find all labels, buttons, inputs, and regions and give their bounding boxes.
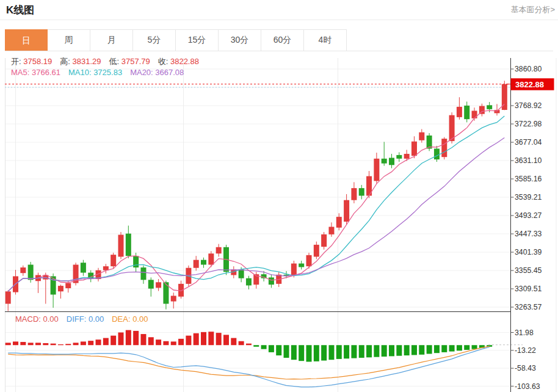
- candle-body[interactable]: [419, 132, 424, 140]
- candle-body[interactable]: [5, 291, 11, 303]
- candle-body[interactable]: [457, 107, 462, 117]
- candle-body[interactable]: [239, 269, 244, 278]
- macd-hist-bar[interactable]: [253, 345, 259, 347]
- macd-hist-bar[interactable]: [382, 345, 387, 357]
- candle-body[interactable]: [487, 105, 492, 109]
- candle-body[interactable]: [216, 247, 222, 253]
- macd-hist-bar[interactable]: [351, 345, 357, 358]
- macd-hist-bar[interactable]: [472, 345, 477, 349]
- macd-hist-bar[interactable]: [156, 339, 161, 345]
- candle-body[interactable]: [382, 159, 387, 164]
- macd-hist-bar[interactable]: [103, 338, 109, 346]
- tab-15分[interactable]: 15分: [176, 29, 219, 51]
- candle-body[interactable]: [194, 260, 199, 268]
- tab-周[interactable]: 周: [48, 29, 90, 51]
- candle-body[interactable]: [65, 283, 71, 288]
- candle-body[interactable]: [351, 188, 357, 200]
- candle-body[interactable]: [374, 159, 379, 181]
- macd-hist-bar[interactable]: [111, 336, 116, 346]
- macd-hist-bar[interactable]: [389, 345, 394, 356]
- candle-body[interactable]: [411, 142, 417, 156]
- macd-hist-bar[interactable]: [65, 344, 71, 345]
- candle-body[interactable]: [111, 255, 116, 266]
- macd-hist-bar[interactable]: [336, 345, 342, 359]
- candle-body[interactable]: [126, 234, 131, 256]
- macd-hist-bar[interactable]: [96, 339, 101, 345]
- macd-hist-bar[interactable]: [171, 341, 176, 345]
- candle-body[interactable]: [81, 263, 86, 272]
- candle-body[interactable]: [441, 139, 447, 157]
- macd-hist-bar[interactable]: [284, 345, 289, 358]
- candle-body[interactable]: [434, 148, 440, 159]
- macd-hist-bar[interactable]: [35, 343, 41, 345]
- macd-hist-bar[interactable]: [239, 341, 244, 345]
- macd-hist-bar[interactable]: [449, 345, 455, 351]
- macd-hist-bar[interactable]: [28, 343, 34, 345]
- macd-hist-bar[interactable]: [419, 345, 424, 355]
- macd-hist-bar[interactable]: [20, 342, 26, 345]
- macd-hist-bar[interactable]: [223, 335, 229, 345]
- macd-hist-bar[interactable]: [178, 339, 184, 345]
- macd-hist-bar[interactable]: [88, 341, 93, 345]
- macd-hist-bar[interactable]: [58, 344, 63, 345]
- macd-hist-bar[interactable]: [306, 345, 312, 361]
- macd-hist-bar[interactable]: [13, 341, 18, 345]
- candle-body[interactable]: [404, 154, 410, 159]
- candle-body[interactable]: [156, 282, 161, 288]
- macd-hist-bar[interactable]: [434, 345, 440, 353]
- candle-body[interactable]: [291, 264, 297, 275]
- macd-hist-bar[interactable]: [441, 345, 447, 352]
- macd-hist-bar[interactable]: [359, 345, 364, 358]
- macd-hist-bar[interactable]: [140, 334, 146, 345]
- candle-body[interactable]: [28, 265, 34, 280]
- macd-hist-bar[interactable]: [261, 345, 267, 349]
- candle-body[interactable]: [103, 266, 109, 270]
- macd-hist-bar[interactable]: [299, 345, 304, 361]
- macd-hist-bar[interactable]: [374, 345, 379, 357]
- macd-hist-bar[interactable]: [118, 332, 124, 345]
- candle-body[interactable]: [148, 280, 154, 288]
- macd-hist-bar[interactable]: [126, 330, 131, 346]
- macd-hist-bar[interactable]: [427, 345, 432, 354]
- candle-body[interactable]: [208, 253, 214, 264]
- candle-body[interactable]: [246, 278, 252, 286]
- candle-body[interactable]: [140, 267, 146, 280]
- macd-hist-bar[interactable]: [321, 345, 327, 360]
- candle-body[interactable]: [171, 296, 176, 301]
- macd-hist-bar[interactable]: [396, 345, 402, 356]
- macd-hist-bar[interactable]: [163, 341, 168, 345]
- tab-月[interactable]: 月: [90, 29, 133, 51]
- tab-4时[interactable]: 4时: [304, 29, 347, 51]
- candle-body[interactable]: [396, 155, 402, 159]
- candle-body[interactable]: [201, 260, 206, 265]
- macd-hist-bar[interactable]: [148, 337, 154, 345]
- macd-hist-bar[interactable]: [194, 333, 199, 345]
- candle-body[interactable]: [118, 235, 124, 257]
- macd-hist-bar[interactable]: [411, 345, 417, 355]
- candle-body[interactable]: [464, 106, 469, 119]
- candle-body[interactable]: [359, 188, 364, 195]
- candle-body[interactable]: [314, 245, 319, 257]
- macd-hist-bar[interactable]: [464, 345, 469, 350]
- macd-hist-bar[interactable]: [43, 343, 48, 345]
- macd-hist-bar[interactable]: [457, 345, 462, 350]
- macd-hist-bar[interactable]: [269, 345, 274, 352]
- candle-body[interactable]: [321, 234, 327, 247]
- candle-body[interactable]: [389, 158, 394, 165]
- macd-hist-bar[interactable]: [73, 343, 79, 345]
- macd-hist-bar[interactable]: [201, 332, 206, 345]
- macd-hist-bar[interactable]: [366, 345, 372, 357]
- macd-hist-bar[interactable]: [291, 345, 297, 360]
- macd-hist-bar[interactable]: [133, 331, 139, 345]
- candle-body[interactable]: [336, 217, 342, 228]
- macd-hist-bar[interactable]: [344, 345, 349, 358]
- candle-body[interactable]: [306, 255, 312, 266]
- candle-body[interactable]: [344, 200, 349, 222]
- macd-hist-bar[interactable]: [5, 343, 11, 345]
- candle-body[interactable]: [299, 264, 304, 267]
- macd-hist-bar[interactable]: [314, 345, 319, 361]
- macd-hist-bar[interactable]: [231, 338, 236, 346]
- candle-body[interactable]: [328, 227, 334, 234]
- tab-30分[interactable]: 30分: [219, 29, 261, 51]
- macd-hist-bar[interactable]: [276, 345, 281, 355]
